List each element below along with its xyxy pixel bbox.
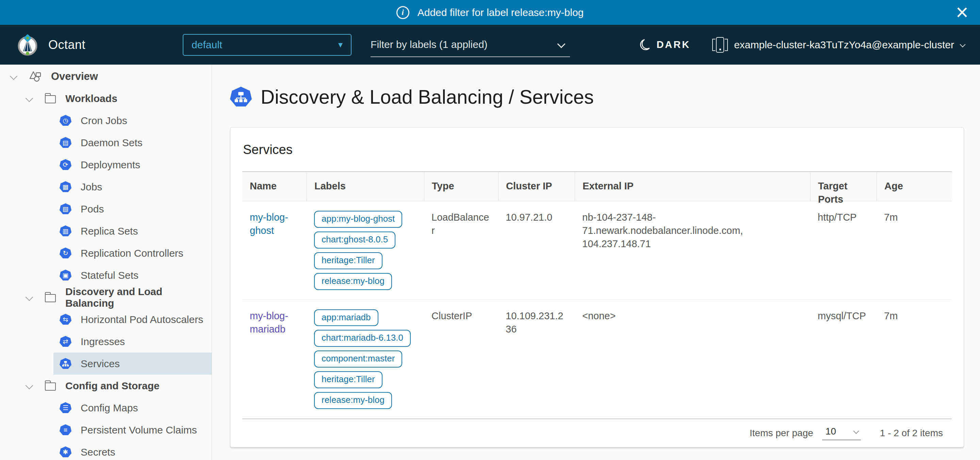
services-icon	[60, 358, 72, 369]
theme-toggle-label: DARK	[656, 39, 690, 50]
caret-down-icon	[338, 40, 343, 50]
cell-target-ports: mysql/TCP	[810, 300, 877, 419]
cell-external-ip: nb-104-237-148-71.newark.nodebalancer.li…	[575, 201, 810, 300]
items-per-page-select[interactable]: 10	[822, 426, 861, 440]
sidebar-item-overview[interactable]: Overview	[0, 65, 212, 87]
label-pill[interactable]: chart:mariadb-6.13.0	[314, 330, 411, 347]
sidebar-group-config-and-storage[interactable]: Config and Storage	[0, 375, 212, 397]
close-icon[interactable]	[956, 1, 969, 23]
services-table: Name Labels Type Cluster IP External IP …	[242, 171, 952, 447]
sidebar-item-deployments[interactable]: ⟳ Deployments	[53, 154, 212, 176]
cluster-selector[interactable]: example-cluster-ka3TuTzYo4a@example-clus…	[712, 37, 966, 53]
sidebar-item-stateful-sets[interactable]: ▣ Stateful Sets	[53, 264, 212, 286]
services-card: Services Name Labels Type Cluster IP Ext…	[230, 127, 964, 447]
sidebar-item-replica-sets[interactable]: ▥ Replica Sets	[53, 220, 212, 242]
column-header-type: Type	[424, 172, 498, 201]
page-title-text: Discovery & Load Balancing / Services	[261, 86, 594, 108]
sidebar-group-label: Workloads	[65, 93, 118, 105]
sidebar-item-label: Horizontal Pod Autoscalers	[81, 314, 203, 325]
cell-cluster-ip: 10.109.231.236	[498, 300, 575, 419]
config-maps-icon: ☰	[60, 402, 72, 413]
sidebar-item-cron-jobs[interactable]: ◷ Cron Jobs	[53, 109, 212, 132]
app-header: Octant default Filter by labels (1 appli…	[0, 25, 980, 65]
cell-cluster-ip: 10.97.21.0	[498, 201, 575, 300]
sidebar-item-label: Persistent Volume Claims	[81, 424, 197, 436]
column-header-target-ports: Target Ports	[810, 172, 877, 201]
sidebar-item-label: Secrets	[81, 446, 115, 458]
theme-toggle-button[interactable]: DARK	[639, 38, 690, 51]
sidebar-item-jobs[interactable]: ▦ Jobs	[53, 176, 212, 198]
sidebar-item-ingresses[interactable]: ⇄ Ingresses	[53, 330, 212, 352]
applications-icon	[29, 71, 42, 82]
deployments-icon: ⟳	[60, 159, 72, 170]
label-pill[interactable]: app:my-blog-ghost	[314, 211, 402, 228]
pagination-range: 1 - 2 of 2 items	[880, 428, 943, 439]
sidebar-item-horizontal-pod-autoscalers[interactable]: ⇆ Horizontal Pod Autoscalers	[53, 308, 212, 330]
sidebar-group-workloads[interactable]: Workloads	[0, 87, 212, 109]
chevron-down-icon	[25, 294, 34, 301]
sidebar-item-label: Services	[81, 358, 120, 370]
ingresses-icon: ⇄	[60, 336, 72, 347]
column-header-name: Name	[242, 172, 307, 201]
app-title: Octant	[48, 38, 86, 52]
folder-icon	[45, 382, 56, 391]
namespace-value: default	[192, 39, 222, 51]
label-filter-input[interactable]: Filter by labels (1 applied)	[371, 33, 570, 57]
alert-message: Added filter for label release:my-blog	[417, 7, 584, 18]
octant-logo-icon	[16, 34, 39, 56]
alert-banner: Added filter for label release:my-blog	[0, 0, 980, 25]
sidebar-item-replication-controllers[interactable]: ↻ Replication Controllers	[53, 242, 212, 264]
cell-target-ports: http/TCP	[810, 201, 877, 300]
folder-icon	[45, 95, 56, 103]
sidebar-item-daemon-sets[interactable]: ▤ Daemon Sets	[53, 132, 212, 154]
secrets-icon: ✱	[60, 446, 72, 458]
chevron-down-icon	[558, 41, 565, 48]
pods-icon: ▧	[60, 203, 72, 214]
sidebar-item-label: Pods	[81, 203, 104, 215]
persistent-volume-claims-icon: ≡	[60, 424, 72, 436]
sidebar-item-label: Ingresses	[81, 336, 125, 347]
sidebar-item-label: Jobs	[81, 181, 102, 193]
chevron-down-icon	[960, 42, 966, 48]
namespace-select[interactable]: default	[183, 34, 352, 56]
sidebar-item-label: Overview	[51, 70, 98, 82]
cell-age: 7m	[877, 300, 952, 419]
chevron-down-icon	[853, 429, 859, 434]
chevron-down-icon	[10, 73, 18, 80]
sidebar-item-services[interactable]: Services	[53, 352, 212, 375]
label-pill[interactable]: heritage:Tiller	[314, 371, 382, 388]
sidebar-item-config-maps[interactable]: ☰ Config Maps	[53, 397, 212, 419]
sidebar-group-label: Config and Storage	[65, 380, 159, 392]
column-header-cluster-ip: Cluster IP	[498, 172, 575, 201]
service-link-my-blog-ghost[interactable]: my-blog-ghost	[250, 212, 288, 236]
label-pill[interactable]: release:my-blog	[314, 273, 392, 290]
folder-icon	[45, 294, 56, 302]
label-pill[interactable]: release:my-blog	[314, 392, 392, 409]
table-row: my-blog-ghost app:my-blog-ghost chart:gh…	[242, 201, 952, 300]
label-pill[interactable]: heritage:Tiller	[314, 252, 382, 269]
service-link-my-blog-mariadb[interactable]: my-blog-mariadb	[250, 311, 288, 335]
cell-type: LoadBalancer	[424, 201, 498, 300]
cell-age: 7m	[877, 201, 952, 300]
items-per-page-value: 10	[826, 426, 836, 437]
jobs-icon: ▦	[60, 181, 72, 192]
sidebar-item-label: Deployments	[81, 159, 140, 171]
label-pill[interactable]: component:master	[314, 351, 402, 368]
sidebar-item-pods[interactable]: ▧ Pods	[53, 198, 212, 220]
cluster-icon	[712, 37, 728, 53]
card-title: Services	[242, 127, 952, 171]
moon-icon	[639, 38, 651, 51]
column-header-labels: Labels	[307, 172, 424, 201]
sidebar-group-discovery-and-load-balancing[interactable]: Discovery and Load Balancing	[0, 286, 212, 308]
cluster-name: example-cluster-ka3TuTzYo4a@example-clus…	[734, 39, 954, 51]
main-content: Discovery & Load Balancing / Services Se…	[212, 65, 980, 460]
label-pill[interactable]: chart:ghost-8.0.5	[314, 232, 395, 249]
table-header-row: Name Labels Type Cluster IP External IP …	[242, 172, 952, 201]
column-header-age: Age	[877, 172, 952, 201]
sidebar-item-secrets[interactable]: ✱ Secrets	[53, 441, 212, 460]
cell-external-ip: <none>	[575, 300, 810, 419]
label-pill[interactable]: app:mariadb	[314, 309, 379, 327]
sidebar-item-persistent-volume-claims[interactable]: ≡ Persistent Volume Claims	[53, 419, 212, 441]
sidebar-item-label: Daemon Sets	[81, 137, 143, 149]
replica-sets-icon: ▥	[60, 225, 72, 236]
